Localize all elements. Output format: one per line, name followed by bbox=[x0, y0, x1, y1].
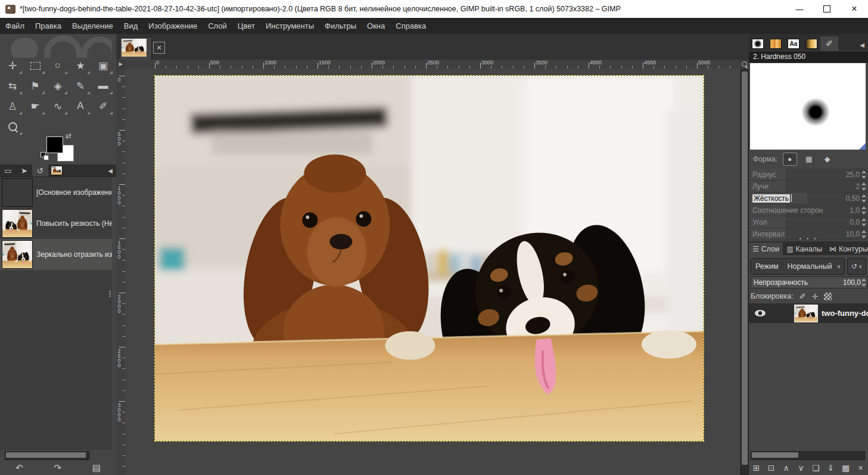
fonts-tab[interactable]: Aa bbox=[785, 36, 802, 51]
dock-resize-handle[interactable]: ••• bbox=[109, 290, 112, 297]
new-group-button[interactable]: ⊡ bbox=[765, 463, 778, 473]
lock-pixels-icon[interactable]: ✐ bbox=[799, 292, 806, 301]
brush-shape-diamond[interactable]: ◆ bbox=[821, 153, 834, 165]
move-tool[interactable]: ✛ bbox=[1, 55, 24, 76]
smudge-tool[interactable]: ☛ bbox=[24, 96, 46, 116]
text-tool[interactable]: A bbox=[69, 96, 92, 116]
raise-layer-button[interactable]: ∧ bbox=[780, 463, 793, 473]
canvas-viewport[interactable] bbox=[125, 69, 740, 475]
color-picker-tool[interactable]: ✐ bbox=[92, 96, 114, 116]
fuzzy-select-tool[interactable]: ★ bbox=[69, 55, 92, 76]
images-tab[interactable]: ▭ bbox=[0, 164, 16, 176]
history-item[interactable]: Повысить резкость (Нер bbox=[0, 208, 112, 239]
visibility-eye-icon[interactable] bbox=[755, 310, 766, 316]
menu-Инструменты[interactable]: Инструменты bbox=[260, 18, 319, 34]
eraser-tool[interactable]: ▬ bbox=[92, 76, 114, 96]
slider-Угол[interactable]: Угол0,0 bbox=[750, 216, 867, 228]
slider-spinner[interactable] bbox=[861, 182, 866, 191]
vertical-scroll-thumb[interactable] bbox=[742, 72, 748, 465]
menu-Окна[interactable]: Окна bbox=[362, 18, 390, 34]
paintbrush-tool[interactable]: ✎ bbox=[69, 76, 92, 96]
undo-button[interactable]: ↶ bbox=[15, 462, 23, 473]
patterns-tab[interactable] bbox=[767, 36, 785, 51]
free-select-tool[interactable]: ○ bbox=[46, 55, 69, 76]
brush-shape-circle[interactable]: ● bbox=[783, 153, 797, 166]
menu-Цвет[interactable]: Цвет bbox=[232, 18, 260, 34]
lock-alpha-icon[interactable] bbox=[824, 293, 832, 300]
clear-history-button[interactable]: ▤ bbox=[92, 462, 101, 473]
rectangle-select-tool[interactable] bbox=[24, 55, 46, 76]
redo-button[interactable]: ↷ bbox=[54, 462, 61, 473]
menu-Вид[interactable]: Вид bbox=[119, 18, 144, 34]
tab-paths[interactable]: ⋈Контуры bbox=[826, 243, 868, 255]
delete-layer-button[interactable]: × bbox=[854, 463, 867, 473]
text-caret bbox=[791, 194, 792, 202]
slider-spinner[interactable] bbox=[861, 170, 866, 179]
image-tab[interactable] bbox=[120, 37, 152, 62]
left-dock-scrollbar[interactable] bbox=[5, 451, 89, 460]
brush-shape-square[interactable]: ▦ bbox=[802, 153, 816, 165]
clone-tool[interactable]: ♙ bbox=[1, 96, 24, 116]
crop-tool[interactable]: ▣ bbox=[92, 55, 114, 76]
mode-dropdown[interactable]: Режим Нормальный ∨ bbox=[751, 258, 845, 275]
slider-spinner[interactable] bbox=[861, 194, 866, 203]
slider-spinner[interactable] bbox=[861, 218, 866, 227]
tab-layers[interactable]: ☰Слои bbox=[749, 243, 783, 255]
shear-tool[interactable]: ⇆ bbox=[1, 76, 24, 96]
foreground-color-swatch[interactable] bbox=[46, 136, 63, 153]
swap-colors-icon[interactable]: ⇄ bbox=[66, 132, 71, 140]
tab-channels[interactable]: ▥Каналы bbox=[783, 243, 826, 255]
gradients-tab[interactable] bbox=[802, 36, 820, 51]
close-button[interactable]: × bbox=[841, 0, 868, 18]
vertical-ruler[interactable]: 050010001500200025003000 bbox=[116, 69, 126, 475]
layer-name[interactable]: two-funny-dog bbox=[822, 309, 868, 318]
menu-Файл[interactable]: Файл bbox=[0, 18, 30, 34]
history-item[interactable]: Зеркально отразить изо bbox=[0, 239, 112, 270]
lower-layer-button[interactable]: ∨ bbox=[795, 463, 808, 473]
menu-Изображение[interactable]: Изображение bbox=[143, 18, 203, 34]
ruler-tick bbox=[119, 293, 125, 293]
undo-history-tab[interactable]: ↺ bbox=[32, 164, 48, 176]
menu-Фильтры[interactable]: Фильтры bbox=[319, 18, 362, 34]
zoom-tool[interactable] bbox=[1, 116, 24, 136]
collapse-dock-icon[interactable]: ◀ bbox=[856, 39, 868, 51]
menu-Правка[interactable]: Правка bbox=[30, 18, 67, 34]
opacity-slider[interactable]: Непрозрачность 100,0 bbox=[751, 277, 867, 288]
menu-Справка[interactable]: Справка bbox=[390, 18, 431, 34]
menu-Слой[interactable]: Слой bbox=[203, 18, 232, 34]
mode-switch-button[interactable]: ↺∨ bbox=[847, 258, 866, 275]
slider-Лучи[interactable]: Лучи2 bbox=[750, 181, 867, 193]
new-layer-button[interactable]: ⊞ bbox=[750, 463, 763, 473]
slider-Соотношение сторон[interactable]: Соотношение сторон1,0 bbox=[750, 204, 867, 216]
cage-transform-tool[interactable]: ⚑ bbox=[24, 76, 46, 96]
canvas-menu-button[interactable]: ▶ bbox=[116, 60, 126, 69]
slider-Радиус[interactable]: Радиус25,0 bbox=[750, 169, 867, 181]
image-layer[interactable] bbox=[155, 76, 704, 441]
minimize-button[interactable]: — bbox=[786, 0, 813, 18]
menu-Выделение[interactable]: Выделение bbox=[67, 18, 119, 34]
expander-dots[interactable]: • • • bbox=[749, 237, 868, 241]
history-item[interactable]: [Основное изображение] bbox=[0, 177, 112, 208]
vertical-scrollbar[interactable]: ▲ bbox=[740, 60, 749, 475]
resize-corner[interactable] bbox=[859, 143, 866, 150]
layers-scrollbar[interactable] bbox=[751, 451, 865, 460]
lock-position-icon[interactable]: ✛ bbox=[812, 292, 819, 301]
add-mask-button[interactable]: ▩ bbox=[839, 463, 853, 473]
duplicate-layer-button[interactable]: ❏ bbox=[810, 463, 823, 473]
merge-down-button[interactable]: ⇓ bbox=[825, 463, 838, 473]
airbrush-tool[interactable]: ∿ bbox=[46, 96, 69, 116]
image-tab-close-icon[interactable]: ✕ bbox=[153, 42, 165, 54]
brushes-tab[interactable] bbox=[749, 36, 767, 51]
horizontal-ruler[interactable]: 0500100015002000250030003500400045005000 bbox=[125, 60, 740, 69]
collapse-dock-icon[interactable]: ◀ bbox=[104, 164, 116, 176]
maximize-button[interactable] bbox=[813, 0, 841, 18]
zoom-follow-window-button[interactable] bbox=[740, 60, 749, 69]
opacity-spinner[interactable] bbox=[861, 278, 866, 287]
slider-spinner[interactable] bbox=[861, 206, 866, 215]
pointer-tab[interactable]: ➤ bbox=[16, 164, 32, 176]
layer-row[interactable]: two-funny-dog bbox=[749, 303, 868, 323]
bucket-fill-tool[interactable]: ◈ bbox=[46, 76, 69, 96]
slider-Жёсткость[interactable]: Жёсткость0,50 bbox=[750, 193, 867, 204]
image-thumb-tab[interactable] bbox=[48, 164, 64, 176]
brush-editor-tab[interactable]: ✐ bbox=[820, 36, 838, 51]
